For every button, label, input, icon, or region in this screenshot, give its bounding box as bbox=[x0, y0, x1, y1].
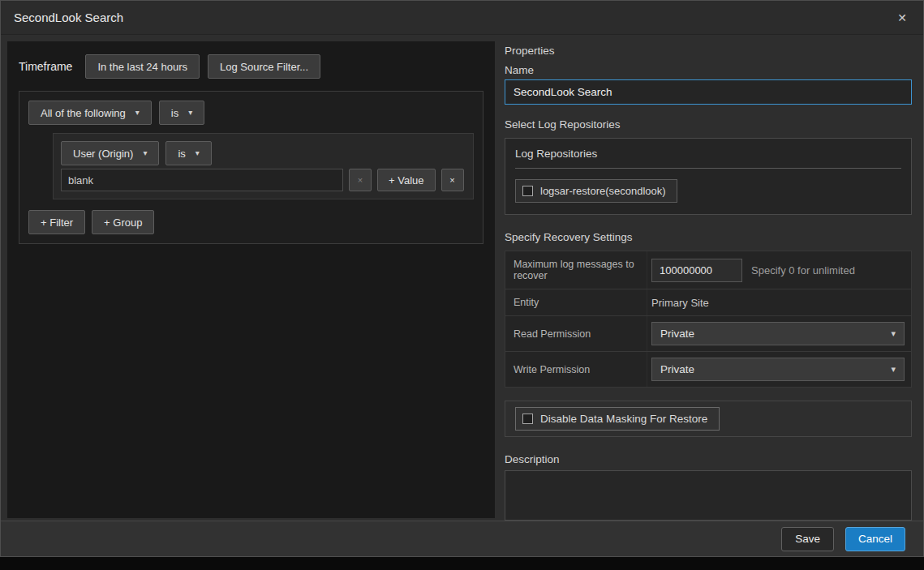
disable-masking-label: Disable Data Masking For Restore bbox=[540, 413, 707, 425]
properties-heading: Properties bbox=[505, 45, 912, 57]
chevron-down-icon: ▾ bbox=[188, 109, 192, 117]
add-group-button[interactable]: + Group bbox=[92, 210, 154, 234]
group-operator-label: All of the following bbox=[41, 107, 126, 119]
save-button[interactable]: Save bbox=[781, 527, 834, 551]
chevron-down-icon: ▾ bbox=[196, 149, 200, 157]
filter-panel: Timeframe In the last 24 hours Log Sourc… bbox=[7, 41, 495, 518]
properties-panel: Properties Name Select Log Repositories … bbox=[505, 41, 912, 518]
rule-field-dropdown[interactable]: User (Origin) ▾ bbox=[61, 141, 159, 165]
recovery-settings-heading: Specify Recovery Settings bbox=[505, 231, 912, 243]
filter-group: All of the following ▾ is ▾ User (Origin… bbox=[19, 91, 483, 244]
timeframe-label: Timeframe bbox=[19, 60, 72, 73]
log-repositories-title: Log Repositories bbox=[515, 148, 901, 169]
checkbox-icon[interactable] bbox=[522, 186, 533, 196]
table-row-max-messages: Maximum log messages to recover Specify … bbox=[505, 251, 911, 289]
repository-item-label: logsar-restore(secondlook) bbox=[540, 185, 666, 197]
chevron-down-icon: ▾ bbox=[143, 149, 147, 157]
chevron-down-icon: ▾ bbox=[891, 365, 896, 374]
entity-value: Primary Site bbox=[651, 297, 709, 309]
table-row-entity: Entity Primary Site bbox=[505, 289, 911, 316]
group-operator-dropdown[interactable]: All of the following ▾ bbox=[28, 101, 152, 125]
read-permission-label: Read Permission bbox=[505, 316, 647, 351]
rule-field-label: User (Origin) bbox=[73, 148, 133, 160]
chevron-down-icon: ▾ bbox=[135, 109, 140, 117]
dialog-title: SecondLook Search bbox=[14, 11, 123, 24]
max-messages-input[interactable] bbox=[651, 259, 742, 282]
max-messages-hint: Specify 0 for unlimited bbox=[751, 264, 855, 276]
description-textarea[interactable] bbox=[505, 470, 912, 521]
log-repositories-box: Log Repositories logsar-restore(secondlo… bbox=[505, 138, 912, 215]
name-input[interactable] bbox=[505, 79, 912, 105]
remove-value-icon[interactable]: × bbox=[349, 169, 372, 191]
rule-value-input[interactable] bbox=[61, 169, 343, 191]
remove-rule-icon[interactable]: × bbox=[441, 169, 464, 191]
rule-condition-dropdown[interactable]: is ▾ bbox=[165, 141, 211, 165]
read-permission-select[interactable]: Private ▾ bbox=[651, 322, 905, 345]
write-permission-select[interactable]: Private ▾ bbox=[651, 358, 905, 381]
footer-bar: Save Cancel bbox=[1, 521, 923, 556]
checkbox-icon[interactable] bbox=[522, 414, 533, 424]
add-filter-button[interactable]: + Filter bbox=[28, 210, 85, 234]
read-permission-value: Private bbox=[660, 328, 694, 340]
write-permission-value: Private bbox=[660, 363, 694, 375]
recovery-settings-table: Maximum log messages to recover Specify … bbox=[505, 251, 912, 388]
timeframe-button[interactable]: In the last 24 hours bbox=[85, 54, 200, 79]
data-masking-box: Disable Data Masking For Restore bbox=[505, 401, 912, 437]
group-condition-dropdown[interactable]: is ▾ bbox=[159, 101, 204, 125]
filter-rule: User (Origin) ▾ is ▾ × + Value × bbox=[53, 133, 474, 199]
dialog-content: Timeframe In the last 24 hours Log Sourc… bbox=[1, 35, 923, 521]
cancel-button[interactable]: Cancel bbox=[845, 527, 905, 551]
log-source-filter-button[interactable]: Log Source Filter... bbox=[208, 54, 320, 79]
add-value-button[interactable]: + Value bbox=[377, 169, 436, 191]
table-row-read-permission: Read Permission Private ▾ bbox=[505, 316, 911, 352]
chevron-down-icon: ▾ bbox=[891, 329, 896, 338]
title-bar: SecondLook Search ✕ bbox=[1, 1, 923, 35]
repositories-label: Select Log Repositories bbox=[505, 118, 912, 131]
close-icon[interactable]: ✕ bbox=[894, 10, 910, 26]
name-label: Name bbox=[505, 64, 912, 76]
repository-checkbox-item[interactable]: logsar-restore(secondlook) bbox=[515, 179, 677, 203]
max-messages-label: Maximum log messages to recover bbox=[505, 251, 647, 289]
table-row-write-permission: Write Permission Private ▾ bbox=[505, 352, 911, 387]
description-label: Description bbox=[505, 453, 912, 465]
rule-condition-label: is bbox=[178, 148, 185, 160]
secondlook-search-dialog: SecondLook Search ✕ Timeframe In the las… bbox=[0, 0, 924, 557]
write-permission-label: Write Permission bbox=[505, 352, 647, 387]
entity-label: Entity bbox=[505, 289, 647, 315]
group-condition-label: is bbox=[171, 107, 178, 119]
disable-masking-checkbox-item[interactable]: Disable Data Masking For Restore bbox=[515, 407, 720, 431]
